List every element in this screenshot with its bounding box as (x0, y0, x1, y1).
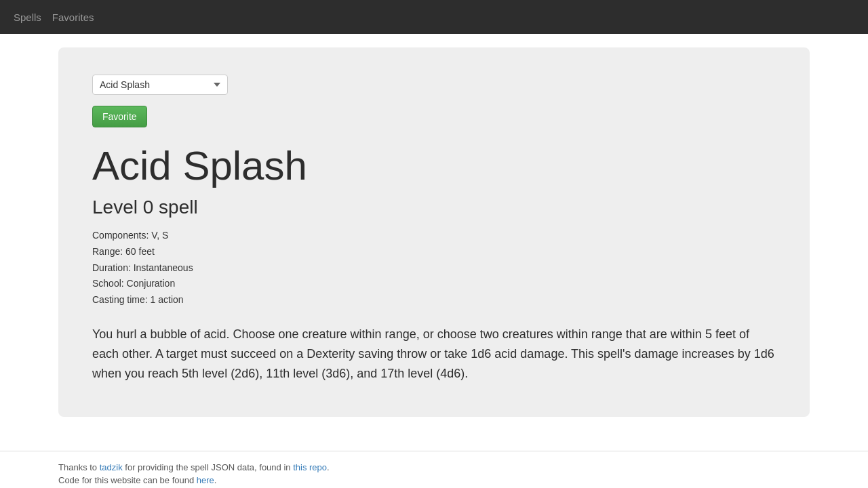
footer: Thanks to tadzik for providing the spell… (47, 462, 821, 488)
footer-tadzik-link[interactable]: tadzik (100, 462, 123, 472)
nav-favorites[interactable]: Favorites (52, 12, 94, 23)
favorite-button[interactable]: Favorite (92, 106, 147, 127)
spell-title: Acid Splash (92, 144, 776, 188)
footer-repo-link[interactable]: this repo (293, 462, 327, 472)
spell-select[interactable]: Acid Splash (92, 75, 228, 95)
footer-code: Code for this website can be found here. (58, 475, 810, 485)
footer-thanks-suffix: . (327, 462, 330, 472)
spell-casting-time: Casting time: 1 action (92, 292, 776, 308)
spell-select-wrapper: Acid Splash (92, 75, 776, 95)
main-container: Acid Splash Favorite Acid Splash Level 0… (47, 34, 821, 451)
spell-details: Components: V, S Range: 60 feet Duration… (92, 228, 776, 308)
footer-divider (0, 451, 868, 451)
footer-code-prefix: Code for this website can be found (58, 475, 197, 485)
spell-description: You hurl a bubble of acid. Choose one cr… (92, 325, 776, 383)
spell-range: Range: 60 feet (92, 244, 776, 260)
footer-thanks-prefix: Thanks to (58, 462, 100, 472)
spell-school: School: Conjuration (92, 276, 776, 292)
nav-spells[interactable]: Spells (14, 12, 41, 23)
spell-components: Components: V, S (92, 228, 776, 244)
footer-code-suffix: . (214, 475, 217, 485)
footer-thanks: Thanks to tadzik for providing the spell… (58, 462, 810, 472)
spell-card: Acid Splash Favorite Acid Splash Level 0… (58, 47, 810, 417)
footer-thanks-middle: for providing the spell JSON data, found… (123, 462, 293, 472)
spell-duration: Duration: Instantaneous (92, 260, 776, 277)
footer-here-link[interactable]: here (197, 475, 214, 485)
navbar: Spells Favorites (0, 0, 868, 34)
spell-level: Level 0 spell (92, 197, 776, 218)
